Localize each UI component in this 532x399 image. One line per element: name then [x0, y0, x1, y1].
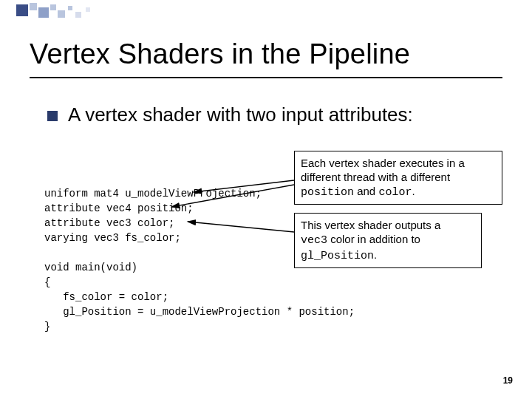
svg-line-1	[171, 185, 294, 207]
arrows	[0, 0, 532, 399]
svg-line-2	[188, 222, 294, 232]
svg-line-0	[194, 180, 294, 192]
page-number: 19	[503, 375, 513, 386]
